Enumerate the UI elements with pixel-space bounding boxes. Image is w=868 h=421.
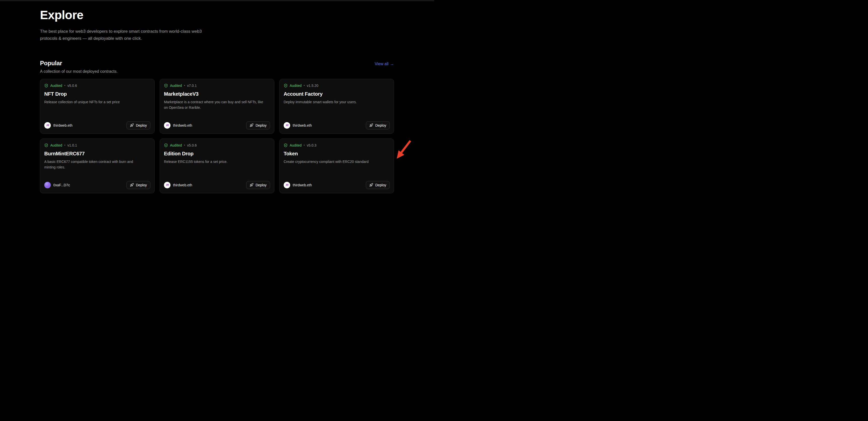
contract-version: v1.0.1 (67, 143, 77, 147)
badge-row: Audited • v1.5.20 (284, 84, 390, 88)
rocket-icon (130, 183, 134, 187)
popular-section-header: Popular View all → (40, 60, 394, 67)
contract-description: Marketplace is a contract where you can … (164, 100, 270, 110)
badge-row: Audited • v5.0.3 (284, 143, 390, 147)
audited-badge: Audited (50, 143, 62, 147)
publisher-name: thirdweb.eth (293, 183, 312, 187)
contract-version: v7.0.1 (187, 84, 197, 88)
popular-heading: Popular (40, 60, 62, 67)
contract-title: NFT Drop (44, 91, 150, 97)
contract-version: v5.0.6 (67, 84, 77, 88)
badge-row: Audited • v1.0.1 (44, 143, 150, 147)
contract-description: A basic ERC677 compatible token contract… (44, 159, 150, 170)
rocket-icon (369, 183, 373, 187)
thirdweb-logo-avatar (164, 122, 170, 129)
page-title: Explore (40, 8, 394, 22)
contract-description: Release collection of unique NFTs for a … (44, 100, 150, 105)
shield-check-icon (44, 84, 48, 88)
rocket-icon (250, 123, 253, 127)
publisher-link[interactable]: thirdweb.eth (284, 182, 312, 188)
shield-check-icon (284, 143, 288, 147)
shield-check-icon (44, 143, 48, 147)
right-arrow-icon: → (390, 62, 394, 66)
dot-separator: • (64, 84, 65, 87)
publisher-name: thirdweb.eth (53, 123, 72, 128)
audited-badge: Audited (170, 143, 182, 147)
main-content: Explore The best place for web3 develope… (40, 1, 394, 193)
rocket-icon (250, 183, 253, 187)
audited-badge: Audited (50, 84, 62, 88)
card-footer: thirdweb.eth Deploy (164, 121, 270, 130)
contract-version: v1.5.20 (307, 84, 318, 88)
publisher-link[interactable]: thirdweb.eth (284, 122, 312, 129)
badge-row: Audited • v5.0.6 (164, 143, 270, 147)
card-footer: thirdweb.eth Deploy (284, 121, 390, 130)
contract-card[interactable]: Audited • v5.0.6 Edition Drop Release ER… (160, 139, 274, 193)
publisher-name: thirdweb.eth (173, 183, 192, 187)
deploy-label: Deploy (255, 183, 267, 187)
badge-row: Audited • v7.0.1 (164, 84, 270, 88)
rocket-icon (130, 123, 134, 127)
contract-description: Create cryptocurrency compliant with ERC… (284, 159, 390, 165)
contract-card[interactable]: Audited • v5.0.6 NFT Drop Release collec… (40, 79, 155, 134)
deploy-label: Deploy (375, 123, 386, 128)
shield-check-icon (164, 84, 168, 88)
contract-title: MarketplaceV3 (164, 91, 270, 97)
thirdweb-logo-avatar (164, 182, 170, 188)
publisher-name: thirdweb.eth (173, 123, 192, 128)
deploy-button[interactable]: Deploy (366, 181, 390, 189)
deploy-label: Deploy (136, 123, 147, 128)
deploy-button[interactable]: Deploy (366, 121, 390, 130)
annotation-red-arrow (394, 137, 414, 162)
thirdweb-logo-avatar (284, 182, 290, 188)
card-footer: thirdweb.eth Deploy (44, 121, 150, 130)
contract-card[interactable]: Audited • v1.0.1 BurnMintERC677 A basic … (40, 139, 155, 193)
dot-separator: • (184, 143, 185, 147)
publisher-link[interactable]: thirdweb.eth (164, 122, 192, 129)
publisher-link[interactable]: 0xaF...D7c (44, 182, 70, 188)
audited-badge: Audited (290, 143, 302, 147)
publisher-name: thirdweb.eth (293, 123, 312, 128)
contract-description: Deploy immutable smart wallets for your … (284, 100, 390, 105)
dot-separator: • (64, 143, 65, 147)
popular-description: A collection of our most deployed contra… (40, 69, 394, 74)
contract-title: Token (284, 151, 390, 157)
badge-row: Audited • v5.0.6 (44, 84, 150, 88)
publisher-name: 0xaF...D7c (53, 183, 70, 187)
card-footer: 0xaF...D7c Deploy (44, 181, 150, 189)
contract-version: v5.0.3 (307, 143, 316, 147)
shield-check-icon (284, 84, 288, 88)
dot-separator: • (184, 84, 185, 87)
contract-description: Release ERC1155 tokens for a set price. (164, 159, 270, 165)
publisher-link[interactable]: thirdweb.eth (164, 182, 192, 188)
deploy-button[interactable]: Deploy (246, 181, 270, 189)
audited-badge: Audited (170, 84, 182, 88)
deploy-label: Deploy (136, 183, 147, 187)
rocket-icon (369, 123, 373, 127)
deploy-button[interactable]: Deploy (126, 181, 150, 189)
thirdweb-logo-avatar (284, 122, 290, 129)
contract-card[interactable]: Audited • v7.0.1 MarketplaceV3 Marketpla… (160, 79, 274, 134)
view-all-label: View all (375, 62, 389, 66)
contract-card[interactable]: Audited • v5.0.3 Token Create cryptocurr… (279, 139, 394, 193)
contract-card[interactable]: Audited • v1.5.20 Account Factory Deploy… (279, 79, 394, 134)
explore-page: Explore The best place for web3 develope… (0, 0, 434, 210)
deploy-button[interactable]: Deploy (126, 121, 150, 130)
contract-title: BurnMintERC677 (44, 151, 150, 157)
page-subtitle: The best place for web3 developers to ex… (40, 28, 236, 42)
contract-title: Account Factory (284, 91, 390, 97)
dot-separator: • (304, 143, 305, 147)
audited-badge: Audited (290, 84, 302, 88)
shield-check-icon (164, 143, 168, 147)
address-gradient-avatar (44, 182, 51, 188)
deploy-label: Deploy (255, 123, 267, 128)
deploy-button[interactable]: Deploy (246, 121, 270, 130)
thirdweb-logo-avatar (44, 122, 51, 129)
card-footer: thirdweb.eth Deploy (284, 181, 390, 189)
view-all-link[interactable]: View all → (375, 62, 394, 66)
deploy-label: Deploy (375, 183, 386, 187)
card-footer: thirdweb.eth Deploy (164, 181, 270, 189)
contract-version: v5.0.6 (187, 143, 197, 147)
publisher-link[interactable]: thirdweb.eth (44, 122, 72, 129)
dot-separator: • (304, 84, 305, 87)
